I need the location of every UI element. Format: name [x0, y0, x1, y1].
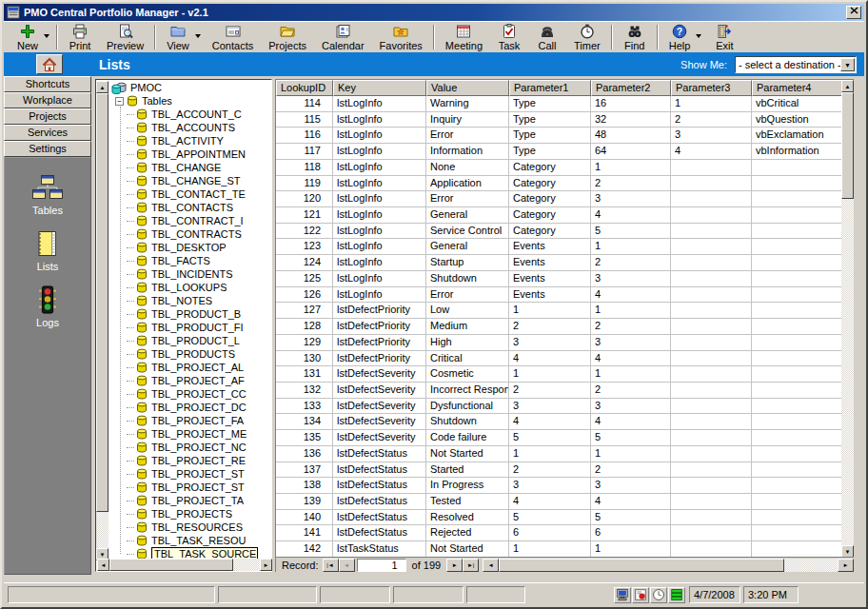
table-row[interactable]: 128lstDefectPriorityMedium22	[276, 319, 854, 335]
tree-node-tbl-project-re[interactable]: TBL_PROJECT_RE	[97, 454, 258, 467]
table-row[interactable]: 130lstDefectPriorityCritical44	[276, 351, 854, 367]
scrollbar-thumb[interactable]	[841, 92, 854, 199]
scroll-up-icon[interactable]: ▲	[841, 80, 854, 92]
tree-node-tables[interactable]: −Tables	[97, 94, 258, 108]
tree-node-tbl-desktop[interactable]: TBL_DESKTOP	[97, 241, 258, 254]
column-header-parameter2[interactable]: Parameter2	[591, 80, 671, 96]
table-row[interactable]: 121lstLogInfoGeneralCategory4	[276, 207, 854, 224]
tree-node-tbl-project-me[interactable]: TBL_PROJECT_ME	[97, 427, 258, 441]
close-button[interactable]	[846, 6, 861, 19]
table-row[interactable]: 131lstDefectSeverityCosmetic11	[276, 366, 854, 383]
next-record-button[interactable]: ►	[446, 559, 463, 572]
scroll-right-icon[interactable]: ►	[260, 559, 272, 571]
tree-node-tbl-contracts[interactable]: TBL_CONTRACTS	[97, 227, 258, 241]
scroll-left-icon[interactable]: ◄	[97, 559, 109, 571]
table-row[interactable]: 137lstDefectStatusStarted22	[276, 462, 854, 479]
toolbar-call-button[interactable]: Call	[528, 22, 566, 52]
dropdown-arrow-icon[interactable]	[44, 34, 49, 41]
table-row[interactable]: 119lstLogInfoApplicationCategory2	[276, 176, 854, 192]
table-row[interactable]: 132lstDefectSeverityIncorrect Response22	[276, 383, 854, 399]
column-header-parameter1[interactable]: Parameter1	[509, 80, 591, 96]
tree-node-tbl-contacts[interactable]: TBL_CONTACTS	[97, 201, 258, 214]
tree-node-tbl-project-dc[interactable]: TBL_PROJECT_DC	[97, 401, 258, 414]
sidebar-bar-settings[interactable]: Settings	[4, 141, 91, 157]
sidebar-bar-projects[interactable]: Projects	[4, 108, 91, 125]
column-header-lookupid[interactable]: LookupID	[276, 80, 333, 96]
tree-node-tbl-change[interactable]: TBL_CHANGE	[97, 161, 258, 174]
grid-horizontal-scrollbar[interactable]: ◄ ►	[483, 559, 854, 572]
tree-node-tbl-project-nc[interactable]: TBL_PROJECT_NC	[97, 441, 258, 454]
tree-node-tbl-project-st[interactable]: TBL_PROJECT_ST	[97, 467, 258, 481]
previous-record-button[interactable]: ◄	[339, 559, 355, 572]
toolbar-meeting-button[interactable]: Meeting	[438, 22, 490, 52]
scroll-right-icon[interactable]: ►	[838, 559, 854, 572]
last-record-button[interactable]: ►|	[463, 559, 479, 572]
table-row[interactable]: 123lstLogInfoGeneralEvents1	[276, 239, 854, 255]
tree-node-tbl-activity[interactable]: TBL_ACTIVITY	[97, 134, 258, 147]
toolbar-calendar-button[interactable]: Calendar	[314, 22, 372, 52]
first-record-button[interactable]: |◄	[323, 559, 339, 572]
tree-node-tbl-facts[interactable]: TBL_FACTS	[97, 254, 258, 267]
table-row[interactable]: 140lstDefectStatusResolved55	[276, 510, 854, 526]
sidebar-bar-services[interactable]: Services	[4, 125, 91, 141]
table-row[interactable]: 141lstDefectStatusRejected66	[276, 525, 854, 541]
table-row[interactable]: 127lstDefectPriorityLow11	[276, 303, 854, 319]
table-row[interactable]: 138lstDefectStatusIn Progress33	[276, 478, 854, 494]
tree-node-tbl-incidents[interactable]: TBL_INCIDENTS	[97, 267, 258, 281]
scrollbar-thumb[interactable]	[109, 559, 233, 571]
toolbar-preview-button[interactable]: Preview	[99, 22, 151, 52]
tree-node-tbl-accounts[interactable]: TBL_ACCOUNTS	[97, 121, 258, 134]
toolbar-projects-button[interactable]: Projects	[261, 22, 314, 52]
scroll-up-icon[interactable]: ▲	[96, 81, 108, 93]
tree-node-tbl-appointmen[interactable]: TBL_APPOINTMEN	[97, 147, 258, 161]
tree-node-tbl-projects[interactable]: TBL_PROJECTS	[97, 507, 258, 521]
toolbar-contacts-button[interactable]: Contacts	[205, 22, 261, 52]
tree-node-tbl-product-fi[interactable]: TBL_PRODUCT_FI	[97, 321, 258, 334]
toolbar-timer-button[interactable]: Timer	[566, 22, 608, 52]
sidebar-item-logs[interactable]: Logs	[32, 285, 63, 328]
table-row[interactable]: 114lstLogInfoWarningType161vbCritical	[276, 96, 854, 112]
toolbar-exit-button[interactable]: Exit	[705, 22, 743, 52]
tree-node-tbl-project-cc[interactable]: TBL_PROJECT_CC	[97, 387, 258, 401]
tree-horizontal-scrollbar[interactable]: ◄ ►	[97, 559, 272, 571]
sidebar-item-tables[interactable]: Tables	[32, 173, 63, 216]
tree-node-tbl-project-al[interactable]: TBL_PROJECT_AL	[97, 361, 258, 374]
tree-node-tbl-project-ta[interactable]: TBL_PROJECT_TA	[97, 494, 258, 507]
tree-node-tbl-project-fa[interactable]: TBL_PROJECT_FA	[97, 414, 258, 427]
column-header-parameter4[interactable]: Parameter4	[752, 80, 842, 96]
tree-node-tbl-account-c[interactable]: TBL_ACCOUNT_C	[97, 108, 258, 121]
tree-node-tbl-project-st[interactable]: TBL_PROJECT_ST	[97, 481, 258, 494]
scrollbar-thumb[interactable]	[499, 559, 784, 572]
table-row[interactable]: 135lstDefectSeverityCode failure55	[276, 430, 854, 446]
tree-node-tbl-product-l[interactable]: TBL_PRODUCT_L	[97, 334, 258, 347]
tree-node-tbl-lookups[interactable]: TBL_LOOKUPS	[97, 281, 258, 294]
toolbar-view-button[interactable]: View	[159, 22, 205, 52]
tree-node-pmoc[interactable]: −PMOC	[97, 81, 258, 94]
destination-select[interactable]: - select a destination - ▼	[735, 56, 857, 73]
toolbar-favorites-button[interactable]: Favorites	[372, 22, 430, 52]
table-row[interactable]: 142lstTaskStatusNot Started11	[276, 541, 854, 558]
table-row[interactable]: 122lstLogInfoService ControlCategory5	[276, 224, 854, 240]
table-row[interactable]: 117lstLogInfoInformationType644vbInforma…	[276, 144, 854, 160]
column-header-parameter3[interactable]: Parameter3	[671, 80, 752, 96]
tree-node-tbl-product-b[interactable]: TBL_PRODUCT_B	[97, 307, 258, 321]
table-row[interactable]: 118lstLogInfoNoneCategory1	[276, 160, 854, 176]
tree-node-tbl-contract-i[interactable]: TBL_CONTRACT_I	[97, 214, 258, 227]
tree-node-tbl-project-af[interactable]: TBL_PROJECT_AF	[97, 374, 258, 387]
toolbar-new-button[interactable]: New	[10, 22, 53, 52]
tree-node-tbl-products[interactable]: TBL_PRODUCTS	[97, 347, 258, 361]
home-button[interactable]	[36, 54, 63, 74]
tree-node-tbl-task-resou[interactable]: TBL_TASK_RESOU	[97, 534, 258, 547]
dropdown-arrow-icon[interactable]	[696, 34, 701, 41]
table-row[interactable]: 133lstDefectSeverityDysfunctional33	[276, 399, 854, 415]
record-number-input[interactable]	[357, 559, 406, 572]
column-header-value[interactable]: Value	[426, 80, 509, 96]
table-row[interactable]: 136lstDefectStatusNot Started11	[276, 446, 854, 462]
table-row[interactable]: 134lstDefectSeverityShutdown44	[276, 414, 854, 430]
tree-node-tbl-change-st[interactable]: TBL_CHANGE_ST	[97, 174, 258, 187]
grid-vertical-scrollbar[interactable]: ▲ ▼	[841, 80, 854, 558]
scroll-left-icon[interactable]: ◄	[483, 559, 499, 572]
table-row[interactable]: 129lstDefectPriorityHigh33	[276, 335, 854, 351]
column-header-key[interactable]: Key	[333, 80, 426, 96]
scrollbar-thumb[interactable]	[96, 93, 108, 512]
